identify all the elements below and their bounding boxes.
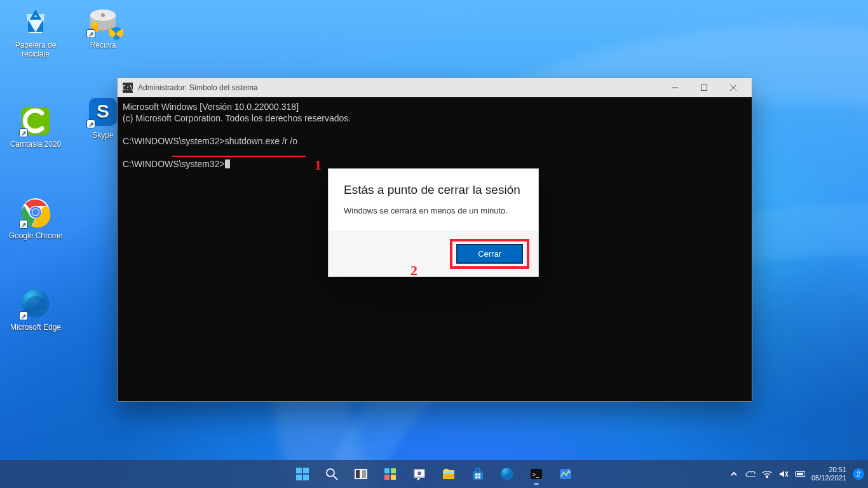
dialog-actions: Cerrar — [329, 231, 538, 276]
desktop-icons-col1: Papelera de reciclaje Camtasia 2020 Goog… — [4, 6, 67, 332]
svg-rect-17 — [355, 470, 360, 478]
recycle-bin-icon — [20, 6, 51, 37]
desktop-icon-recuva[interactable]: Recuva — [71, 6, 135, 50]
svg-rect-18 — [362, 470, 367, 478]
svg-point-8 — [101, 13, 105, 17]
notifications-badge[interactable]: 2 — [853, 468, 864, 480]
shortcut-overlay-icon — [86, 119, 95, 128]
system-tray[interactable]: 20:51 05/12/2021 2 — [729, 466, 864, 482]
svg-point-16 — [327, 469, 334, 477]
shortcut-overlay-icon — [19, 311, 28, 320]
clock-date: 05/12/2021 — [811, 474, 846, 482]
cmd-titlebar[interactable]: Administrador: Símbolo del sistema — [118, 78, 752, 97]
uac-shield-icon — [109, 27, 123, 41]
tray-chevron-icon[interactable] — [729, 469, 739, 479]
cmd-prompt: C:\WINDOWS\system32> — [123, 159, 225, 169]
desktop-icon-label: Google Chrome — [4, 231, 67, 240]
svg-rect-30 — [478, 473, 481, 476]
microsoft-store-button[interactable] — [466, 462, 490, 486]
svg-rect-29 — [475, 473, 478, 476]
taskbar-clock[interactable]: 20:51 05/12/2021 — [811, 466, 846, 482]
taskbar[interactable]: >_ 20:51 05/12/2021 2 — [0, 460, 868, 488]
cmd-title: Administrador: Símbolo del sistema — [138, 83, 655, 92]
chrome-icon — [20, 197, 51, 227]
svg-rect-40 — [797, 473, 803, 475]
svg-rect-21 — [384, 475, 390, 480]
desktop-icon-chrome[interactable]: Google Chrome — [4, 197, 67, 240]
camtasia-icon — [20, 105, 51, 136]
svg-point-33 — [501, 468, 513, 480]
onedrive-icon[interactable] — [745, 469, 756, 479]
dialog-title: Estás a punto de cerrar la sesión — [344, 183, 523, 197]
shortcut-overlay-icon — [19, 220, 28, 229]
svg-rect-15 — [303, 475, 309, 480]
desktop-icon-recycle-bin[interactable]: Papelera de reciclaje — [4, 6, 67, 58]
task-view-button[interactable] — [349, 462, 373, 486]
skype-icon: S — [88, 97, 118, 127]
svg-rect-28 — [473, 471, 483, 480]
svg-rect-19 — [384, 468, 390, 473]
cmd-line: Microsoft Windows [Versión 10.0.22000.31… — [123, 102, 299, 112]
desktop: Papelera de reciclaje Camtasia 2020 Goog… — [0, 0, 868, 488]
search-button[interactable] — [320, 462, 344, 486]
widgets-button[interactable] — [378, 462, 402, 486]
battery-icon[interactable] — [795, 469, 805, 479]
svg-point-37 — [766, 477, 768, 478]
shortcut-overlay-icon — [86, 29, 95, 38]
maximize-button[interactable] — [689, 78, 719, 97]
svg-text:>_: >_ — [532, 471, 539, 478]
annotation-underline — [172, 156, 306, 157]
task-manager-button[interactable] — [553, 462, 578, 486]
window-buttons — [660, 78, 748, 97]
close-button[interactable] — [719, 78, 748, 97]
edge-icon — [20, 288, 51, 319]
shortcut-overlay-icon — [19, 128, 28, 137]
volume-icon[interactable] — [778, 469, 789, 479]
start-button[interactable] — [290, 462, 315, 486]
cmd-taskbar-button[interactable]: >_ — [524, 462, 548, 486]
clock-time: 20:51 — [811, 466, 846, 474]
svg-rect-22 — [391, 475, 396, 480]
desktop-icon-label: Microsoft Edge — [4, 323, 67, 332]
desktop-icon-label: Camtasia 2020 — [4, 140, 67, 149]
svg-rect-31 — [475, 477, 478, 479]
annotation-number-2: 2 — [410, 264, 417, 278]
text-cursor — [225, 159, 230, 168]
taskbar-center: >_ — [290, 462, 578, 486]
svg-rect-14 — [296, 475, 302, 480]
cmd-line: (c) Microsoft Corporation. Todos los der… — [123, 113, 351, 123]
desktop-icon-label: Papelera de reciclaje — [4, 41, 67, 58]
annotation-highlight-box: Cerrar — [450, 239, 529, 269]
edge-taskbar-button[interactable] — [495, 462, 519, 486]
wifi-icon[interactable] — [762, 469, 772, 479]
desktop-icon-edge[interactable]: Microsoft Edge — [4, 288, 67, 332]
chat-button[interactable] — [407, 462, 431, 486]
cmd-title-icon — [123, 83, 133, 93]
annotation-number-1: 1 — [315, 158, 322, 172]
cmd-prompt: C:\WINDOWS\system32> — [123, 136, 225, 146]
svg-rect-27 — [443, 472, 454, 474]
file-explorer-button[interactable] — [437, 462, 461, 486]
svg-rect-13 — [303, 468, 309, 473]
svg-rect-11 — [702, 85, 707, 91]
shutdown-dialog: Estás a punto de cerrar la sesión Window… — [328, 168, 539, 277]
close-dialog-button[interactable]: Cerrar — [456, 244, 523, 264]
minimize-button[interactable] — [660, 78, 689, 97]
svg-point-4 — [32, 209, 39, 215]
dialog-body: Windows se cerrará en menos de un minuto… — [344, 206, 523, 215]
dialog-content: Estás a punto de cerrar la sesión Window… — [329, 169, 538, 231]
svg-rect-32 — [478, 477, 481, 479]
cmd-command: shutdown.exe /r /o — [225, 136, 297, 146]
svg-rect-20 — [391, 468, 396, 473]
desktop-icon-label: Recuva — [71, 41, 135, 50]
svg-rect-12 — [296, 468, 302, 473]
recuva-icon — [88, 6, 118, 37]
svg-point-24 — [417, 471, 421, 475]
svg-text:S: S — [97, 100, 109, 121]
desktop-icon-camtasia[interactable]: Camtasia 2020 — [4, 105, 67, 149]
